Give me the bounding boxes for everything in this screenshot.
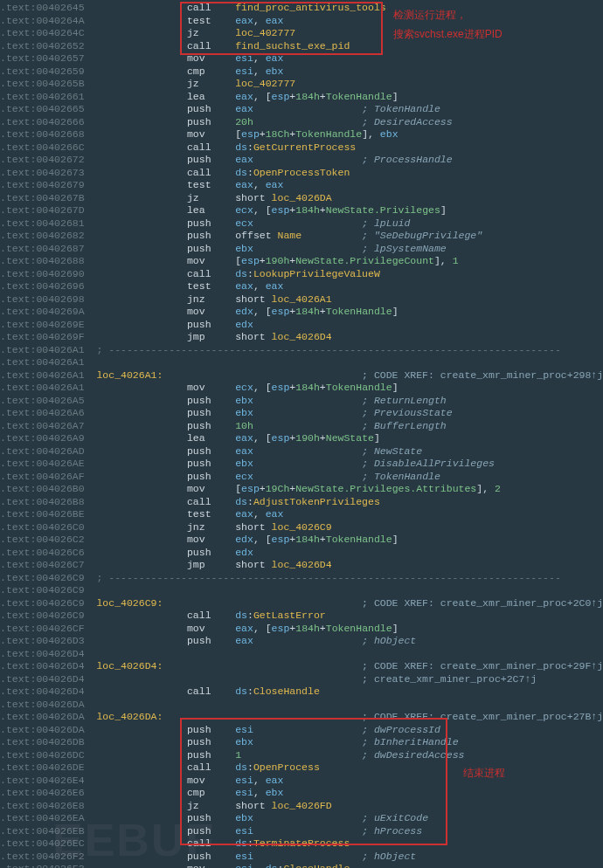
code-line[interactable]: .text:00402659 cmp esi, ebx (0, 65, 603, 79)
code-line[interactable]: .text:00402672 push eax ; ProcessHandle (0, 154, 603, 167)
code-line[interactable]: .text:004026CF mov eax, [esp+184h+TokenH… (0, 623, 603, 636)
code-line[interactable]: .text:00402690 call ds:LookupPrivilegeVa… (0, 268, 603, 281)
code-line[interactable]: .text:004026A5 push ebx ; ReturnLength (0, 395, 603, 408)
code-line[interactable]: .text:004026D4 loc_4026D4: ; CODE XREF: … (0, 660, 603, 673)
code-line[interactable]: .text:00402687 push ebx ; lpSystemName (0, 243, 603, 256)
code-line[interactable]: .text:004026DE call ds:OpenProcess (0, 761, 603, 775)
code-line[interactable]: .text:004026BE test eax, eax (0, 508, 603, 521)
code-line[interactable]: .text:00402657 mov esi, eax (0, 52, 603, 65)
code-line[interactable]: .text:0040266C call ds:GetCurrentProcess (0, 141, 603, 155)
code-line[interactable]: .text:00402652 call find_suchst_exe_pid (0, 40, 603, 53)
code-line[interactable]: .text:0040267B jz short loc_4026DA (0, 192, 603, 205)
code-line[interactable]: .text:004026AE push ebx ; DisableAllPriv… (0, 458, 603, 471)
code-lines-container: .text:00402645 call find_proc_antivirus_… (0, 2, 603, 868)
code-line[interactable]: .text:004026AF push ecx ; TokenHandle (0, 471, 603, 484)
code-line[interactable]: .text:0040269E push edx (0, 319, 603, 332)
code-line[interactable]: .text:004026AD push eax ; NewState (0, 445, 603, 458)
code-line[interactable]: .text:004026C9 (0, 584, 603, 597)
code-line[interactable]: .text:004026C9 ; -----------------------… (0, 572, 603, 585)
code-line[interactable]: .text:004026B8 call ds:AdjustTokenPrivil… (0, 496, 603, 509)
code-line[interactable]: .text:004026C9 loc_4026C9: ; CODE XREF: … (0, 597, 603, 610)
code-line[interactable]: .text:004026A1 ; -----------------------… (0, 344, 603, 357)
code-line[interactable]: .text:00402681 push ecx ; lpLuid (0, 217, 603, 231)
code-line[interactable]: .text:0040269F jmp short loc_4026D4 (0, 331, 603, 344)
code-line[interactable]: .text:004026D4 call ds:CloseHandle (0, 685, 603, 699)
watermark: EEBUF (52, 812, 215, 868)
disassembly-view: EEBUF 检测运行进程， 搜索svchst.exe进程PID 结束进程 .te… (0, 0, 603, 868)
code-line[interactable]: .text:0040267D lea ecx, [esp+184h+NewSta… (0, 204, 603, 217)
code-line[interactable]: .text:004026E8 jz short loc_4026FD (0, 800, 603, 813)
code-line[interactable]: .text:004026B0 mov [esp+19Ch+NewState.Pr… (0, 483, 603, 496)
code-line[interactable]: .text:00402679 test eax, eax (0, 179, 603, 192)
code-line[interactable]: .text:00402665 push eax ; TokenHandle (0, 103, 603, 116)
code-line[interactable]: .text:004026A1 mov ecx, [esp+184h+TokenH… (0, 382, 603, 395)
code-line[interactable]: .text:004026DA loc_4026DA: ; CODE XREF: … (0, 711, 603, 724)
code-line[interactable]: .text:004026DC push 1 ; dwDesiredAccess (0, 749, 603, 762)
code-line[interactable]: .text:004026C9 call ds:GetLastError (0, 610, 603, 623)
code-line[interactable]: .text:004026A6 push ebx ; PreviousState (0, 407, 603, 420)
code-line[interactable]: .text:00402682 push offset Name ; "SeDeb… (0, 230, 603, 243)
code-line[interactable]: .text:004026A7 push 10h ; BufferLength (0, 420, 603, 433)
code-line[interactable]: .text:004026C2 mov edx, [esp+184h+TokenH… (0, 534, 603, 547)
code-line[interactable]: .text:0040265B jz loc_402777 (0, 78, 603, 91)
code-line[interactable]: .text:004026E4 mov esi, eax (0, 775, 603, 788)
code-line[interactable]: .text:004026C6 push edx (0, 547, 603, 560)
code-line[interactable]: .text:004026D4 ; create_xmr_miner_proc+2… (0, 673, 603, 686)
code-line[interactable]: .text:004026A9 lea eax, [esp+190h+NewSta… (0, 432, 603, 445)
code-line[interactable]: .text:004026D3 push eax ; hObject (0, 635, 603, 648)
code-line[interactable]: .text:004026E6 cmp esi, ebx (0, 787, 603, 800)
code-line[interactable]: .text:004026A1 (0, 356, 603, 369)
code-line[interactable]: .text:0040264C jz loc_402777 (0, 27, 603, 40)
code-line[interactable]: .text:004026D4 (0, 648, 603, 661)
code-line[interactable]: .text:004026C7 jmp short loc_4026D4 (0, 559, 603, 572)
code-line[interactable]: .text:00402673 call ds:OpenProcessToken (0, 167, 603, 180)
code-line[interactable]: .text:00402661 lea eax, [esp+184h+TokenH… (0, 91, 603, 104)
code-line[interactable]: .text:004026A1 loc_4026A1: ; CODE XREF: … (0, 369, 603, 382)
code-line[interactable]: .text:00402666 push 20h ; DesiredAccess (0, 116, 603, 129)
code-line[interactable]: .text:0040269A mov edx, [esp+184h+TokenH… (0, 306, 603, 319)
code-line[interactable]: .text:00402698 jnz short loc_4026A1 (0, 293, 603, 307)
code-line[interactable]: .text:00402668 mov [esp+18Ch+TokenHandle… (0, 128, 603, 141)
code-line[interactable]: .text:004026C0 jnz short loc_4026C9 (0, 521, 603, 534)
code-line[interactable]: .text:004026DB push ebx ; bInheritHandle (0, 736, 603, 749)
code-line[interactable]: .text:00402645 call find_proc_antivirus_… (0, 2, 603, 15)
code-line[interactable]: .text:00402688 mov [esp+190h+NewState.Pr… (0, 255, 603, 268)
code-line[interactable]: .text:004026DA push esi ; dwProcessId (0, 724, 603, 737)
code-line[interactable]: .text:004026DA (0, 699, 603, 712)
code-line[interactable]: .text:00402696 test eax, eax (0, 280, 603, 293)
code-line[interactable]: .text:0040264A test eax, eax (0, 15, 603, 28)
